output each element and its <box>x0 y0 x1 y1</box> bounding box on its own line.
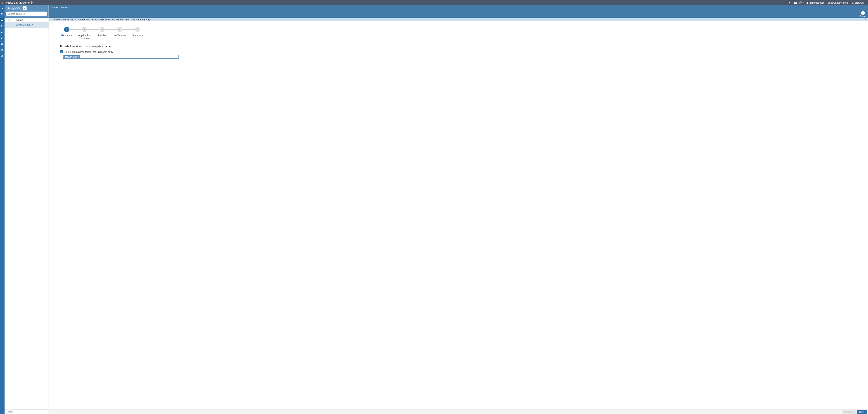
signout-icon <box>851 2 854 4</box>
svg-rect-0 <box>2 2 2 4</box>
topbar: NetApp SnapCenter® ▼ administrator SnapC… <box>0 0 868 5</box>
user-icon <box>806 2 809 4</box>
user-label: administrator <box>809 1 824 4</box>
signout-button[interactable]: Sign Out <box>849 0 866 5</box>
user-menu[interactable]: administrator <box>805 0 826 5</box>
svg-point-5 <box>807 2 808 3</box>
svg-rect-1 <box>3 1 3 4</box>
role-link[interactable]: SnapCenterAdmin <box>826 0 849 5</box>
help-icon[interactable]: ▼ <box>799 0 805 5</box>
svg-rect-2 <box>4 2 4 4</box>
role-label: SnapCenterAdmin <box>828 1 848 4</box>
brand-logo-icon <box>2 1 4 4</box>
brand-prefix: NetApp <box>5 1 15 4</box>
signout-label: Sign Out <box>855 1 864 4</box>
svg-point-4 <box>800 3 801 3</box>
bell-icon[interactable] <box>787 0 793 5</box>
brand: NetApp SnapCenter® <box>2 1 33 4</box>
brand-product: SnapCenter® <box>16 1 33 4</box>
mail-icon[interactable] <box>793 0 799 5</box>
